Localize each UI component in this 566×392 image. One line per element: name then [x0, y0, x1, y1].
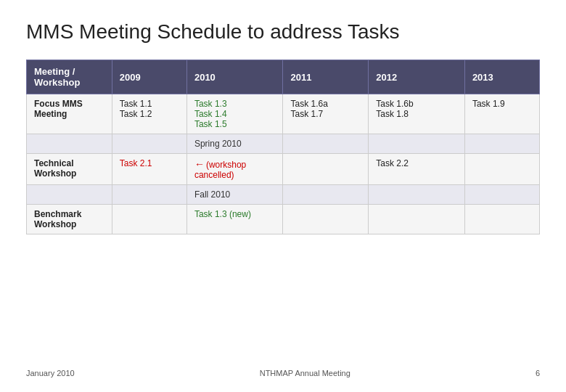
footer-center: NTHMAP Annual Meeting [260, 369, 350, 377]
table-row: Benchmark Workshop Task 1.3 (new) [27, 205, 540, 234]
page: MMS Meeting Schedule to address Tasks Me… [0, 0, 566, 392]
meeting-label: Focus MMS Meeting [27, 94, 112, 134]
cell-2012: Task 1.6bTask 1.8 [369, 94, 465, 134]
cell-empty [369, 134, 465, 154]
cell-empty [283, 134, 369, 154]
table-header-row: Meeting / Workshop 2009 2010 2011 2012 2… [27, 60, 540, 94]
cell-empty [369, 185, 465, 205]
col-header-2012: 2012 [369, 60, 465, 94]
cell-spring: Spring 2010 [186, 134, 283, 154]
cell-2009 [112, 205, 186, 234]
col-header-2011: 2011 [283, 60, 369, 94]
meeting-label: Technical Workshop [27, 154, 112, 185]
cell-2013: Task 1.9 [464, 94, 539, 134]
footer-left: January 2010 [26, 369, 75, 377]
schedule-table: Meeting / Workshop 2009 2010 2011 2012 2… [26, 60, 540, 234]
cell-empty [464, 185, 539, 205]
cell-empty [464, 134, 539, 154]
cell-2009: Task 1.1Task 1.2 [112, 94, 186, 134]
meeting-label: Benchmark Workshop [27, 205, 112, 234]
cell-2012 [369, 205, 465, 234]
col-header-2010: 2010 [186, 60, 283, 94]
cell-empty [112, 185, 186, 205]
cell-empty [27, 185, 112, 205]
cell-empty [112, 134, 186, 154]
cell-2013 [464, 154, 539, 185]
col-header-meeting: Meeting / Workshop [27, 60, 112, 94]
table-row: Technical Workshop Task 2.1 ←(workshop c… [27, 154, 540, 185]
cell-2010: ←(workshop cancelled) [186, 154, 283, 185]
footer-right: 6 [536, 369, 540, 377]
cell-2009: Task 2.1 [112, 154, 186, 185]
footer: January 2010 NTHMAP Annual Meeting 6 [26, 360, 540, 377]
cell-2011 [283, 154, 369, 185]
table-row-spring: Spring 2010 [27, 134, 540, 154]
table-row: Focus MMS Meeting Task 1.1Task 1.2 Task … [27, 94, 540, 134]
cell-fall: Fall 2010 [186, 185, 283, 205]
cell-empty [283, 185, 369, 205]
col-header-2013: 2013 [464, 60, 539, 94]
cell-empty [27, 134, 112, 154]
table-row-fall: Fall 2010 [27, 185, 540, 205]
cell-2011 [283, 205, 369, 234]
cell-2010: Task 1.3Task 1.4Task 1.5 [186, 94, 283, 134]
col-header-2009: 2009 [112, 60, 186, 94]
cell-2012: Task 2.2 [369, 154, 465, 185]
cell-2011: Task 1.6aTask 1.7 [283, 94, 369, 134]
page-title: MMS Meeting Schedule to address Tasks [26, 20, 540, 44]
cell-2013 [464, 205, 539, 234]
cell-2010: Task 1.3 (new) [186, 205, 283, 234]
